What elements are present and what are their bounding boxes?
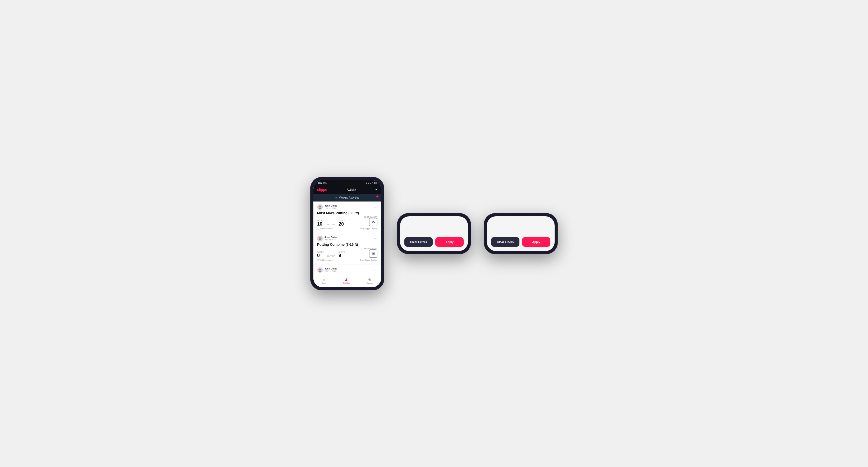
score-block-2: Score 0 <box>317 251 324 258</box>
score-value-1: 10 <box>317 222 324 226</box>
bottom-nav-1: ⌂ Home ♟ Activities ⊕ Capture <box>313 275 381 287</box>
more-options-2[interactable]: ··· <box>374 237 377 240</box>
red-dot-1 <box>376 195 378 197</box>
shots-value-2: 9 <box>339 253 345 258</box>
user-date-3: 28 Feb 2023 <box>324 270 337 272</box>
user-info-2: Josh Coles 28 Feb 2023 <box>317 236 337 242</box>
stats-row-1: Score 10 OUT OF Shots 20 Shot Quality 75 <box>317 216 377 226</box>
activity-item-3: Josh Coles 28 Feb 2023 ··· <box>313 264 381 275</box>
avatar-inner-3 <box>317 267 323 273</box>
header-title-1: Activity <box>347 188 356 191</box>
filter-modal-2: Filter ✕ Show Rounds Practice Drills Rou… <box>400 216 468 251</box>
score-value-2: 0 <box>317 253 324 258</box>
shots-value-1: 20 <box>339 222 345 226</box>
user-date-1: 28 Feb 2023 <box>324 207 337 210</box>
filter-modal-3: Filter ✕ Show Rounds Practice Drills Pra… <box>487 216 555 251</box>
modal-spacer-3 <box>487 218 555 234</box>
avatar-2 <box>317 236 323 242</box>
user-text-2: Josh Coles 28 Feb 2023 <box>324 236 337 241</box>
activity-item-2: Josh Coles 28 Feb 2023 ··· Putting Combi… <box>313 233 381 264</box>
wifi-icon: ▾ <box>372 182 373 184</box>
user-text-1: Josh Coles 28 Feb 2023 <box>324 205 337 210</box>
activity-title-2: Putting Combine (3-15 ft) <box>317 243 377 246</box>
shot-quality-badge-2: 45 <box>369 249 377 258</box>
clear-filters-btn-2[interactable]: Clear Filters <box>404 237 433 247</box>
nav-home-1[interactable]: ⌂ Home <box>321 277 327 284</box>
user-text-3: Josh Coles 28 Feb 2023 <box>324 267 337 272</box>
nav-capture-1[interactable]: ⊕ Capture <box>366 277 373 284</box>
data-source-1: Data: Clippd Capture <box>360 228 377 229</box>
modal-spacer-2 <box>400 218 468 234</box>
out-of-2: OUT OF <box>327 255 335 258</box>
user-info-1: Josh Coles 28 Feb 2023 <box>317 204 337 210</box>
test-info-1: ⓘ Test Information <box>317 227 333 230</box>
apply-btn-3[interactable]: Apply <box>522 237 550 247</box>
home-label-1: Home <box>321 282 327 284</box>
apply-btn-2[interactable]: Apply <box>435 237 464 247</box>
user-name-3: Josh Coles <box>324 267 337 270</box>
data-source-2: Data: Clippd Capture <box>360 259 377 261</box>
capture-label-1: Capture <box>366 282 373 284</box>
activity-title-1: Must Make Putting (3-6 ft) <box>317 211 377 215</box>
activity-header-3: Josh Coles 28 Feb 2023 ··· <box>317 267 377 273</box>
battery-icon: ▮31 <box>374 182 377 184</box>
phone-3-screen: 11:33 ▲▲▲ ▾ ▮31 clippd Activity ≡ ⊞ View… <box>487 216 555 251</box>
shot-quality-badge-1: 75 <box>369 218 377 226</box>
modal-footer-3: Clear Filters Apply <box>487 234 555 247</box>
phone-2: 11:33 ▲▲▲ ▾ ▮31 clippd Activity ≡ ⊞ View… <box>397 213 471 254</box>
nav-activities-1[interactable]: ♟ Activities <box>343 277 350 284</box>
svg-point-1 <box>319 208 321 209</box>
activity-header-2: Josh Coles 28 Feb 2023 ··· <box>317 236 377 242</box>
out-of-1: OUT OF <box>327 223 335 226</box>
status-bar-1: screen1 ▲▲▲ ▾ ▮31 <box>313 180 381 185</box>
notch-pill-1 <box>339 182 355 186</box>
user-info-3: Josh Coles 28 Feb 2023 <box>317 267 337 273</box>
logo-1: clippd <box>317 187 327 192</box>
clear-filters-btn-3[interactable]: Clear Filters <box>491 237 520 247</box>
rounds-section-2: Rounds Practice Tournament <box>400 216 468 218</box>
activity-header-1: Josh Coles 28 Feb 2023 ··· <box>317 204 377 210</box>
svg-point-3 <box>319 239 321 240</box>
app-header-1: clippd Activity ≡ <box>313 185 381 194</box>
sq-label-2: Shot Quality <box>364 248 377 249</box>
activity-item-1: Josh Coles 28 Feb 2023 ··· Must Make Put… <box>313 201 381 233</box>
svg-point-4 <box>319 269 321 270</box>
more-options-3[interactable]: ··· <box>374 268 377 272</box>
phone-2-screen: 11:33 ▲▲▲ ▾ ▮31 clippd Activity ≡ ⊞ View… <box>400 216 468 251</box>
capture-icon-1: ⊕ <box>368 277 371 282</box>
scene: screen1 ▲▲▲ ▾ ▮31 clippd Activity ≡ ⊞ Vi… <box>300 161 568 306</box>
svg-point-2 <box>319 237 321 239</box>
viewing-banner-1[interactable]: ⊞ Viewing Activities <box>313 194 381 201</box>
shots-block-1: Shots 20 <box>339 220 345 226</box>
hamburger-icon-1[interactable]: ≡ <box>375 187 377 191</box>
shots-block-2: Shots 9 <box>339 251 345 258</box>
more-options-1[interactable]: ··· <box>374 205 377 209</box>
viewing-banner-text-1: Viewing Activities <box>339 196 360 199</box>
status-icons-1: ▲▲▲ ▾ ▮31 <box>366 182 377 184</box>
signal-icon: ▲▲▲ <box>366 182 371 184</box>
test-info-2: ⓘ Test Information <box>317 259 333 261</box>
phone-3: 11:33 ▲▲▲ ▾ ▮31 clippd Activity ≡ ⊞ View… <box>484 213 558 254</box>
user-name-1: Josh Coles <box>324 205 337 207</box>
phone-1-screen: screen1 ▲▲▲ ▾ ▮31 clippd Activity ≡ ⊞ Vi… <box>313 180 381 287</box>
stats-row-2: Score 0 OUT OF Shots 9 Shot Quality 45 <box>317 248 377 258</box>
modal-footer-2: Clear Filters Apply <box>400 234 468 247</box>
svg-point-5 <box>319 271 321 272</box>
user-date-2: 28 Feb 2023 <box>324 239 337 241</box>
phone-1: screen1 ▲▲▲ ▾ ▮31 clippd Activity ≡ ⊞ Vi… <box>310 177 384 290</box>
svg-point-0 <box>319 206 321 207</box>
practice-drills-section-3: Practice Drills OTT APP ARG PUTT <box>487 216 555 218</box>
avatar-inner-2 <box>317 236 323 241</box>
activity-footer-2: ⓘ Test Information Data: Clippd Capture <box>317 259 377 261</box>
activities-label-1: Activities <box>343 282 350 284</box>
score-block-1: Score 10 <box>317 220 324 226</box>
status-time-1: screen1 <box>318 182 327 184</box>
sq-label-1: Shot Quality <box>364 216 377 218</box>
activities-icon-1: ♟ <box>345 277 348 282</box>
home-icon-1: ⌂ <box>323 277 325 282</box>
filter-icon-1: ⊞ <box>335 196 338 199</box>
avatar-3 <box>317 267 323 273</box>
avatar-1 <box>317 204 323 210</box>
user-name-2: Josh Coles <box>324 236 337 239</box>
avatar-inner-1 <box>317 205 323 210</box>
